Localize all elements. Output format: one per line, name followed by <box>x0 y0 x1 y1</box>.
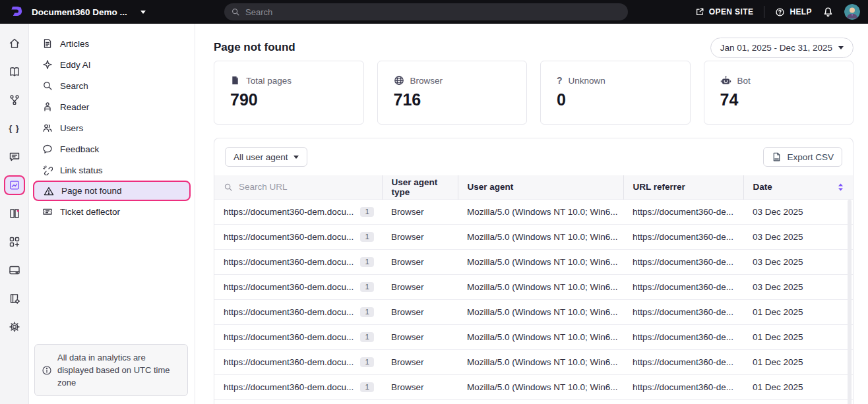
stat-value: 0 <box>557 90 674 109</box>
count-badge: 1 <box>360 232 373 242</box>
page-title: Page not found <box>214 41 295 54</box>
sidebar-item-page-not-found[interactable]: Page not found <box>33 181 191 201</box>
url-referrer-cell: https://document360-de... <box>623 349 743 374</box>
topbar: Document360 Demo ... OPEN SITE <box>0 0 868 24</box>
table-row[interactable]: https://document360-dem.docu...1 Browser… <box>214 374 853 399</box>
kb-site-settings-icon[interactable] <box>0 284 28 312</box>
count-badge: 1 <box>360 357 373 367</box>
sidebar-item-ticket-deflector[interactable]: Ticket deflector <box>33 201 191 222</box>
table-row[interactable]: https://document360-dem.docu...1 Browser… <box>214 249 853 274</box>
project-name: Document360 Demo ... <box>32 7 127 17</box>
user-agent-cell: Mozilla/5.0 (Windows NT 10.0; Win6... <box>458 324 623 349</box>
count-badge: 1 <box>360 382 373 392</box>
global-search-input[interactable] <box>245 7 621 17</box>
user-agent-type-cell: Browser <box>382 199 458 224</box>
user-agent-cell: Mozilla/5.0 (Windows NT 10.0; Win6... <box>458 224 623 249</box>
date-sort-icon[interactable] <box>838 183 844 191</box>
date-range-picker[interactable]: Jan 01, 2025 - Dec 31, 2025 <box>710 38 853 58</box>
table-row[interactable] <box>214 399 853 404</box>
sidebar-item-link-status[interactable]: Link status <box>33 159 191 181</box>
stat-label: Bot <box>737 76 751 86</box>
table-row[interactable]: https://document360-dem.docu...1 Browser… <box>214 274 853 299</box>
table-scrollbar[interactable] <box>848 200 852 404</box>
categories-tree-icon[interactable] <box>0 86 28 114</box>
note-text: All data in analytics are displayed base… <box>57 351 179 389</box>
open-site-button[interactable]: OPEN SITE <box>695 7 754 16</box>
csv-file-icon <box>772 152 782 162</box>
sidebar-item-label: Search <box>60 81 88 91</box>
user-avatar[interactable] <box>844 4 860 20</box>
url-referrer-cell: https://document360-de... <box>623 274 743 299</box>
table-row[interactable]: https://document360-dem.docu...1 Browser… <box>214 349 853 374</box>
url-text: https://document360-dem.docu... <box>224 257 354 267</box>
info-icon <box>42 365 52 376</box>
url-text: https://document360-dem.docu... <box>224 332 354 342</box>
sidebar-item-feedback[interactable]: Feedback <box>33 138 191 159</box>
column-header-user-agent: User agent <box>458 175 623 199</box>
comments-icon[interactable] <box>0 142 28 171</box>
bot-icon <box>720 75 731 86</box>
count-badge: 1 <box>360 282 373 292</box>
document-icon <box>230 75 240 86</box>
table-row[interactable]: https://document360-dem.docu...1 Browser… <box>214 299 853 324</box>
settings-gear-icon[interactable] <box>0 312 28 341</box>
help-label: HELP <box>790 7 812 16</box>
globe-icon <box>394 75 404 86</box>
count-badge: 1 <box>360 257 373 267</box>
global-search[interactable] <box>224 3 628 20</box>
sidebar-item-label: Ticket deflector <box>60 207 120 217</box>
home-icon[interactable] <box>0 29 28 57</box>
date-cell: 01 Dec 2025 <box>743 324 853 349</box>
url-search-input[interactable] <box>239 182 373 192</box>
warning-triangle-icon <box>44 186 54 196</box>
user-agent-filter-dropdown[interactable]: All user agent <box>225 147 307 167</box>
user-agent-type-cell: Browser <box>382 274 458 299</box>
sidebar-item-articles[interactable]: Articles <box>33 33 191 54</box>
table-row[interactable]: https://document360-dem.docu...1 Browser… <box>214 224 853 249</box>
user-agent-type-cell: Browser <box>382 249 458 274</box>
url-search-field[interactable] <box>224 182 373 192</box>
stat-card-bot: Bot 74 <box>704 61 854 125</box>
content-tools-icon[interactable] <box>0 199 28 227</box>
help-button[interactable]: HELP <box>775 7 812 17</box>
api-docs-icon[interactable]: { } <box>0 114 28 142</box>
document360-logo-icon <box>8 4 24 20</box>
drive-icon[interactable] <box>0 256 28 284</box>
chevron-down-icon <box>838 46 844 49</box>
broken-link-icon <box>42 165 53 175</box>
stat-card-total-pages: Total pages 790 <box>214 61 364 125</box>
column-header-url-referrer: URL referrer <box>623 175 743 199</box>
date-cell: 03 Dec 2025 <box>743 274 853 299</box>
url-text: https://document360-dem.docu... <box>224 307 354 317</box>
article-icon <box>42 38 53 49</box>
notifications-bell-icon[interactable] <box>822 7 834 18</box>
help-icon <box>775 7 785 17</box>
sidebar-item-label: Link status <box>60 165 103 175</box>
url-referrer-cell: https://document360-de... <box>623 299 743 324</box>
external-link-icon <box>695 7 704 16</box>
stat-label: Total pages <box>246 76 292 86</box>
sidebar-item-users[interactable]: Users <box>33 117 191 138</box>
widgets-icon[interactable] <box>0 227 28 256</box>
table-row[interactable]: https://document360-dem.docu...1 Browser… <box>214 324 853 349</box>
user-agent-type-cell: Browser <box>382 299 458 324</box>
sidebar-item-eddy-ai[interactable]: Eddy AI <box>33 54 191 75</box>
url-text: https://document360-dem.docu... <box>224 207 354 217</box>
url-text: https://document360-dem.docu... <box>224 382 354 392</box>
user-agent-cell: Mozilla/5.0 (Windows NT 10.0; Win6... <box>458 349 623 374</box>
table-row[interactable]: https://document360-dem.docu...1 Browser… <box>214 199 853 224</box>
project-switcher[interactable]: Document360 Demo ... <box>8 4 146 20</box>
sidebar-item-search[interactable]: Search <box>33 75 191 96</box>
sidebar-item-reader[interactable]: Reader <box>33 96 191 117</box>
date-cell: 03 Dec 2025 <box>743 249 853 274</box>
date-cell: 03 Dec 2025 <box>743 224 853 249</box>
knowledge-base-icon[interactable] <box>0 57 28 86</box>
stat-label: Unknown <box>569 76 605 86</box>
user-agent-type-cell: Browser <box>382 324 458 349</box>
count-badge: 1 <box>360 332 373 342</box>
column-header-date: Date <box>753 182 772 192</box>
analytics-icon[interactable] <box>0 171 28 199</box>
export-csv-button[interactable]: Export CSV <box>763 147 842 167</box>
user-agent-cell: Mozilla/5.0 (Windows NT 10.0; Win6... <box>458 249 623 274</box>
stat-card-browser: Browser 716 <box>377 61 528 125</box>
